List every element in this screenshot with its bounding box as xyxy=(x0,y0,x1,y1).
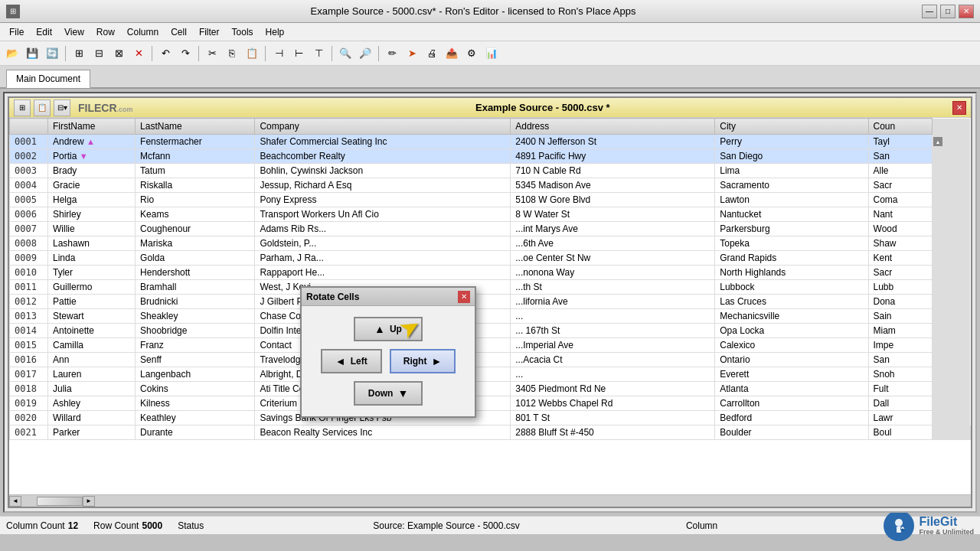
menu-filter[interactable]: Filter xyxy=(193,25,226,39)
firstname-cell[interactable]: Guillermo xyxy=(48,280,136,295)
row-num-cell[interactable]: 0006 xyxy=(10,207,48,222)
tb-nav2[interactable]: ⊢ xyxy=(289,44,308,63)
col-header-lastname[interactable]: LastName xyxy=(136,119,255,135)
menu-column[interactable]: Column xyxy=(121,25,165,39)
company-cell[interactable]: Goldstein, P... xyxy=(255,236,511,251)
menu-cell[interactable]: Cell xyxy=(165,25,193,39)
coun-cell[interactable]: San xyxy=(868,149,932,164)
company-cell[interactable]: Parham, J Ra... xyxy=(255,251,511,266)
city-cell[interactable]: Mechanicsville xyxy=(715,309,868,324)
row-num-cell[interactable]: 0021 xyxy=(10,425,48,440)
row-num-cell[interactable]: 0005 xyxy=(10,193,48,207)
firstname-cell[interactable]: Tyler xyxy=(48,266,136,280)
coun-cell[interactable]: Nant xyxy=(868,207,932,222)
doc-tb-icon2[interactable]: 📋 xyxy=(34,99,51,116)
firstname-cell[interactable]: Lashawn xyxy=(48,236,136,251)
grid-container[interactable]: FirstName LastName Company Address City … xyxy=(9,118,971,494)
city-cell[interactable]: Opa Locka xyxy=(715,324,868,338)
firstname-cell[interactable]: Helga xyxy=(48,193,136,207)
firstname-cell[interactable]: Pattie xyxy=(48,295,136,309)
address-cell[interactable]: ...Acacia Ct xyxy=(511,353,715,367)
lastname-cell[interactable]: Franz xyxy=(136,338,255,353)
coun-cell[interactable]: Lubb xyxy=(868,280,932,295)
scroll-right-btn[interactable]: ► xyxy=(83,496,95,507)
firstname-cell[interactable]: Linda xyxy=(48,251,136,266)
doc-close-button[interactable]: ✕ xyxy=(952,101,966,115)
tb-excel[interactable]: 📊 xyxy=(482,44,501,63)
tb-print[interactable]: 🖨 xyxy=(423,44,441,63)
firstname-cell[interactable]: Shirley xyxy=(48,207,136,222)
address-cell[interactable]: 8 W Water St xyxy=(511,207,715,222)
tb-cut[interactable]: ✂ xyxy=(203,44,221,63)
row-num-cell[interactable]: 0020 xyxy=(10,411,48,425)
coun-cell[interactable]: Tayl xyxy=(868,135,932,149)
col-header-city[interactable]: City xyxy=(715,119,868,135)
company-cell[interactable]: Adams Rib Rs... xyxy=(255,222,511,236)
menu-tools[interactable]: Tools xyxy=(226,25,260,39)
company-cell[interactable]: Bohlin, Cywinski Jackson xyxy=(255,164,511,178)
col-header-coun[interactable]: Coun xyxy=(868,119,932,135)
city-cell[interactable]: Everett xyxy=(715,367,868,382)
firstname-cell[interactable]: Camilla xyxy=(48,338,136,353)
address-cell[interactable]: 801 T St xyxy=(511,411,715,425)
menu-file[interactable]: File xyxy=(3,25,30,39)
row-num-cell[interactable]: 0018 xyxy=(10,382,48,396)
city-cell[interactable]: Lubbock xyxy=(715,280,868,295)
city-cell[interactable]: Ontario xyxy=(715,353,868,367)
lastname-cell[interactable]: Langenbach xyxy=(136,367,255,382)
tb-search1[interactable]: 🔍 xyxy=(336,44,354,63)
city-cell[interactable]: Parkersburg xyxy=(715,222,868,236)
city-cell[interactable]: San Diego xyxy=(715,149,868,164)
city-cell[interactable]: Calexico xyxy=(715,338,868,353)
row-num-cell[interactable]: 0017 xyxy=(10,367,48,382)
company-cell[interactable]: Rappaport He... xyxy=(255,266,511,280)
firstname-cell[interactable]: Willard xyxy=(48,411,136,425)
address-cell[interactable]: 3405 Piedmont Rd Ne xyxy=(511,382,715,396)
row-num-cell[interactable]: 0009 xyxy=(10,251,48,266)
address-cell[interactable]: ...lifornia Ave xyxy=(511,295,715,309)
firstname-cell[interactable]: Antoinette xyxy=(48,324,136,338)
lastname-cell[interactable]: Coughenour xyxy=(136,222,255,236)
address-cell[interactable]: ...th St xyxy=(511,280,715,295)
rotate-down-button[interactable]: Down ▼ xyxy=(354,381,423,406)
rotate-right-button[interactable]: Right ► xyxy=(390,349,456,373)
tb-grid2[interactable]: ⊟ xyxy=(90,44,108,63)
row-num-cell[interactable]: 0011 xyxy=(10,280,48,295)
lastname-cell[interactable]: Rio xyxy=(136,193,255,207)
address-cell[interactable]: 2888 Bluff St #-450 xyxy=(511,425,715,440)
row-num-cell[interactable]: 0008 xyxy=(10,236,48,251)
row-num-cell[interactable]: 0010 xyxy=(10,266,48,280)
maximize-button[interactable]: □ xyxy=(940,5,956,18)
tb-nav1[interactable]: ⊣ xyxy=(270,44,288,63)
address-cell[interactable]: 2400 N Jefferson St xyxy=(511,135,715,149)
coun-cell[interactable]: Miam xyxy=(868,324,932,338)
lastname-cell[interactable]: Mariska xyxy=(136,236,255,251)
address-cell[interactable]: ... 167th St xyxy=(511,324,715,338)
row-num-cell[interactable]: 0001 xyxy=(10,135,48,149)
firstname-cell[interactable]: Stewart xyxy=(48,309,136,324)
firstname-cell[interactable]: Ashley xyxy=(48,396,136,411)
lastname-cell[interactable]: Tatum xyxy=(136,164,255,178)
menu-edit[interactable]: Edit xyxy=(30,25,58,39)
city-cell[interactable]: Nantucket xyxy=(715,207,868,222)
coun-cell[interactable]: Sain xyxy=(868,309,932,324)
menu-view[interactable]: View xyxy=(58,25,90,39)
menu-row[interactable]: Row xyxy=(90,25,121,39)
address-cell[interactable]: ...Imperial Ave xyxy=(511,338,715,353)
tab-main-document[interactable]: Main Document xyxy=(6,70,90,88)
address-cell[interactable]: ...6th Ave xyxy=(511,236,715,251)
tb-save[interactable]: 💾 xyxy=(23,44,41,63)
address-cell[interactable]: 1012 Webbs Chapel Rd xyxy=(511,396,715,411)
dialog-close-button[interactable]: ✕ xyxy=(458,291,470,303)
city-cell[interactable]: Lawton xyxy=(715,193,868,207)
company-cell[interactable]: Jessup, Richard A Esq xyxy=(255,178,511,193)
coun-cell[interactable]: Dona xyxy=(868,295,932,309)
coun-cell[interactable]: Shaw xyxy=(868,236,932,251)
address-cell[interactable]: ...oe Center St Nw xyxy=(511,251,715,266)
coun-cell[interactable]: Kent xyxy=(868,251,932,266)
address-cell[interactable]: 5345 Madison Ave xyxy=(511,178,715,193)
company-cell[interactable]: Beacon Realty Services Inc xyxy=(255,425,511,440)
address-cell[interactable]: 710 N Cable Rd xyxy=(511,164,715,178)
firstname-cell[interactable]: Julia xyxy=(48,382,136,396)
row-num-cell[interactable]: 0002 xyxy=(10,149,48,164)
